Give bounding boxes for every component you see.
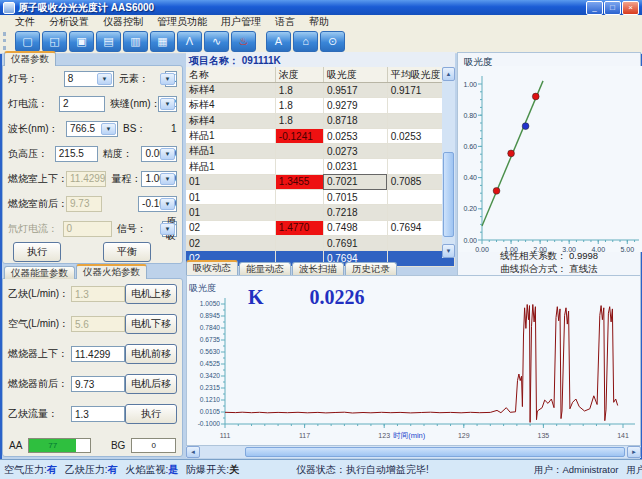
- result-row[interactable]: 020.7691: [186, 235, 455, 250]
- burner-icon: ⌂: [302, 36, 309, 47]
- burner-icon[interactable]: ⌂: [293, 31, 318, 52]
- svg-text:0.60: 0.60: [463, 143, 477, 150]
- result-row[interactable]: 标样41.80.95170.9171: [186, 83, 455, 98]
- air-flow-display-input: 5.6: [71, 316, 125, 332]
- power-icon[interactable]: ⊙: [320, 31, 345, 52]
- toolbar: ▢◱▣▤▥▦Λ∿♨A⌂⊙: [0, 29, 642, 54]
- tab-absorb-dynamic[interactable]: 吸收动态: [186, 260, 238, 275]
- tab-energy-params[interactable]: 仪器能量参数: [4, 266, 75, 279]
- tab-wavelength-scan[interactable]: 波长扫描: [292, 262, 344, 275]
- result-row[interactable]: 021.47700.74980.7694: [186, 220, 455, 235]
- menu-item[interactable]: 仪器控制: [96, 15, 150, 29]
- field-label: 乙炔(L/min)：: [8, 287, 71, 301]
- new-file-icon[interactable]: ▢: [15, 31, 40, 52]
- offset-select[interactable]: -0.1000▼: [138, 196, 177, 212]
- motor-down-button[interactable]: 电机下移: [125, 314, 177, 334]
- column-header: 名称: [186, 67, 275, 83]
- table-scrollbar[interactable]: ▲ ▼: [442, 67, 455, 258]
- sample-name-cell: 样品1: [186, 159, 275, 174]
- peak-profile-icon[interactable]: Λ: [177, 31, 202, 52]
- flame-execute-button[interactable]: 执行: [125, 404, 177, 424]
- execute-button[interactable]: 执行: [13, 242, 61, 262]
- field-label: 精度：: [103, 147, 142, 161]
- open-folder-icon[interactable]: ◱: [42, 31, 67, 52]
- menu-item[interactable]: 帮助: [302, 15, 336, 29]
- calibration-chart: 0.000.200.400.600.801.000.001.002.003.00…: [458, 66, 642, 252]
- scroll-left-icon[interactable]: ◄: [186, 446, 200, 458]
- maximize-button[interactable]: □: [604, 1, 621, 15]
- balance-button[interactable]: 平衡: [103, 242, 151, 262]
- column-header: 吸光度: [323, 67, 387, 83]
- result-row[interactable]: 样品10.0231: [186, 159, 455, 174]
- negative-high-voltage-input[interactable]: 215.5: [55, 146, 98, 162]
- dynamic-panel: 吸收动态能量动态波长扫描历史记录 吸光度 K 0.0226 1.00500.89…: [186, 262, 641, 458]
- save-icon[interactable]: ▣: [69, 31, 94, 52]
- lamp-compartment-icon[interactable]: ▤: [96, 31, 121, 52]
- range-select[interactable]: 1.0050▼: [141, 171, 177, 187]
- lamp-number-select[interactable]: 8▼: [64, 71, 114, 87]
- user-value: Administrator: [563, 464, 619, 475]
- scroll-right-icon[interactable]: ►: [627, 446, 641, 458]
- sample-name-cell: 01: [186, 190, 275, 205]
- project-name-value: 091111K: [242, 55, 281, 66]
- minimize-button[interactable]: _: [586, 1, 603, 15]
- project-name-label: 项目名称：: [189, 55, 239, 66]
- svg-text:0.00: 0.00: [463, 237, 477, 244]
- field-label: 乙炔流量：: [8, 407, 71, 421]
- menu-item[interactable]: 语言: [268, 15, 302, 29]
- scroll-up-icon[interactable]: ▲: [442, 67, 455, 81]
- burner-updown-field-input[interactable]: 11.4299: [71, 346, 125, 362]
- result-row[interactable]: 标样41.80.8718: [186, 113, 455, 128]
- element-select[interactable]: K▼: [165, 71, 177, 87]
- motor-up-button[interactable]: 电机上移: [125, 284, 177, 304]
- burner-compartment-icon[interactable]: ▦: [150, 31, 175, 52]
- field-label: 燃烧室前后：: [8, 197, 66, 211]
- sample-compartment-icon[interactable]: ▥: [123, 31, 148, 52]
- signal-select[interactable]: 原吸▼: [162, 221, 177, 237]
- sample-name-cell: 02: [186, 220, 275, 235]
- motor-back-button[interactable]: 电机后移: [125, 374, 177, 394]
- flame-icon[interactable]: ♨: [231, 31, 256, 52]
- auto-zero-icon[interactable]: A: [266, 31, 291, 52]
- status-bar: 空气压力:有乙炔压力:有火焰监视:是防爆开关:关 仪器状态：执行自动增益完毕! …: [0, 459, 642, 479]
- close-button[interactable]: ×: [622, 1, 639, 15]
- absorbance-cell: 0.0231: [323, 159, 387, 174]
- motor-forward-button[interactable]: 电机前移: [125, 344, 177, 364]
- time-scrollbar[interactable]: ◄ ►: [186, 446, 641, 458]
- acetylene-flow-field-input[interactable]: 1.3: [71, 406, 125, 422]
- tab-history[interactable]: 历史记录: [345, 262, 397, 275]
- slit-select[interactable]: 0.2▼: [158, 96, 177, 112]
- tab-energy-dynamic[interactable]: 能量动态: [239, 262, 291, 275]
- bs-value: 1: [171, 123, 177, 134]
- status-value: 关: [229, 464, 239, 475]
- field-label: 狭缝(nm)：: [110, 97, 158, 111]
- scroll-down-icon[interactable]: ▼: [442, 244, 455, 258]
- menu-item[interactable]: 分析设置: [42, 15, 96, 29]
- svg-text:0.20: 0.20: [463, 205, 477, 212]
- result-row[interactable]: 标样41.80.9279: [186, 98, 455, 113]
- precision-select[interactable]: 0.0000▼: [141, 146, 177, 162]
- sample-name-cell: 样品1: [186, 128, 275, 143]
- tab-flame-params[interactable]: 仪器火焰参数: [76, 264, 147, 279]
- result-row[interactable]: 010.7015: [186, 190, 455, 205]
- column-header: 浓度: [275, 67, 323, 83]
- time-scroll-thumb[interactable]: [245, 447, 625, 457]
- menu-item[interactable]: 文件: [8, 15, 42, 29]
- power-icon: ⊙: [328, 36, 337, 47]
- wavelength-scan-icon[interactable]: ∿: [204, 31, 229, 52]
- absorbance-cell: 0.7691: [323, 235, 387, 250]
- lamp-compartment-icon: ▤: [103, 36, 113, 47]
- lamp-current-input[interactable]: 2: [59, 96, 105, 112]
- wavelength-select[interactable]: 766.5▼: [66, 121, 118, 137]
- svg-text:117: 117: [299, 432, 310, 439]
- result-row[interactable]: 样品10.0273: [186, 144, 455, 159]
- chevron-down-icon: ▼: [160, 148, 175, 160]
- menu-item[interactable]: 用户管理: [214, 15, 268, 29]
- tab-instrument-params[interactable]: 仪器参数: [4, 51, 56, 66]
- burner-frontback-field-input[interactable]: 9.73: [71, 376, 125, 392]
- result-row[interactable]: 样品1-0.12410.02530.0253: [186, 128, 455, 143]
- menu-item[interactable]: 管理员功能: [150, 15, 214, 29]
- result-row[interactable]: 010.7218: [186, 205, 455, 220]
- table-scroll-thumb[interactable]: [443, 152, 454, 237]
- result-row[interactable]: 011.34550.70210.7085: [186, 174, 455, 189]
